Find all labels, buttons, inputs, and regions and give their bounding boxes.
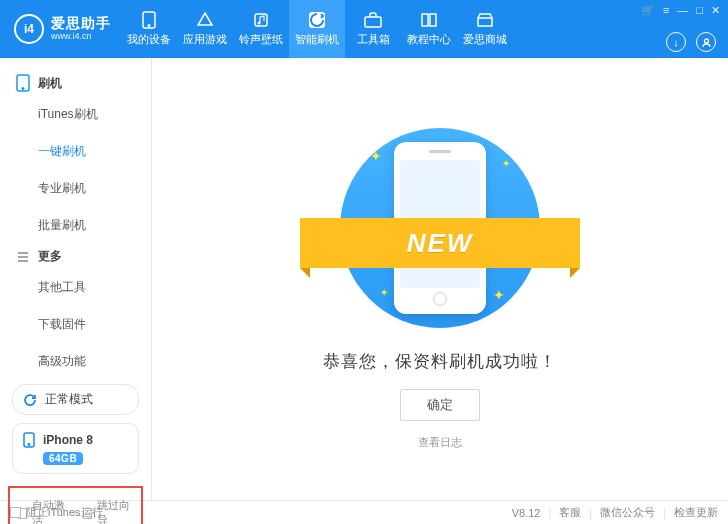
menu-icon[interactable]: ≡ xyxy=(663,4,669,17)
view-log-link[interactable]: 查看日志 xyxy=(418,435,462,450)
success-message: 恭喜您，保资料刷机成功啦！ xyxy=(323,350,557,373)
nav-my-device[interactable]: 我的设备 xyxy=(121,0,177,58)
brand: i4 爱思助手 www.i4.cn xyxy=(0,0,121,58)
phone-icon xyxy=(139,11,159,29)
nav-toolbox[interactable]: 工具箱 xyxy=(345,0,401,58)
sidebar-item-batch-flash[interactable]: 批量刷机 xyxy=(0,207,151,244)
svg-point-8 xyxy=(22,88,24,90)
sidebar-section-flash: 刷机 xyxy=(0,70,151,96)
toolbox-icon xyxy=(363,11,383,29)
nav-apps[interactable]: 应用游戏 xyxy=(177,0,233,58)
wechat-link[interactable]: 微信公众号 xyxy=(600,505,655,520)
device-name: iPhone 8 xyxy=(43,433,93,447)
app-body: 刷机 iTunes刷机 一键刷机 专业刷机 批量刷机 更多 其他工具 下载固件 … xyxy=(0,58,728,500)
brand-text: 爱思助手 www.i4.cn xyxy=(51,16,111,41)
maximize-button[interactable]: □ xyxy=(696,4,703,17)
ok-button[interactable]: 确定 xyxy=(400,389,480,421)
sidebar-item-oneclick-flash[interactable]: 一键刷机 xyxy=(0,133,151,170)
nav-ringtone[interactable]: 铃声壁纸 xyxy=(233,0,289,58)
list-icon xyxy=(16,250,30,264)
user-icon[interactable] xyxy=(696,32,716,52)
svg-point-6 xyxy=(704,39,708,43)
sidebar-item-download-firmware[interactable]: 下载固件 xyxy=(0,306,151,343)
download-icon[interactable]: ↓ xyxy=(666,32,686,52)
device-storage-badge: 64GB xyxy=(43,452,83,465)
brand-name: 爱思助手 xyxy=(51,16,111,31)
store-icon xyxy=(475,11,495,29)
version-label: V8.12 xyxy=(512,507,541,519)
sidebar-item-itunes-flash[interactable]: iTunes刷机 xyxy=(0,96,151,133)
user-controls: ↓ xyxy=(666,32,716,52)
refresh-icon xyxy=(23,393,37,407)
apps-icon xyxy=(195,11,215,29)
svg-rect-5 xyxy=(365,17,381,27)
app-header: i4 爱思助手 www.i4.cn 我的设备 应用游戏 铃声壁纸 智能刷机 工具… xyxy=(0,0,728,58)
flash-icon xyxy=(307,11,327,29)
phone-icon xyxy=(23,432,35,448)
main-content: ✦ ✦ ✦ ✦ NEW 恭喜您，保资料刷机成功啦！ 确定 查看日志 xyxy=(152,58,728,500)
device-box[interactable]: iPhone 8 64GB xyxy=(12,423,139,474)
checkbox-prevent-itunes[interactable]: 阻止iTunes运行 xyxy=(10,505,103,520)
svg-point-1 xyxy=(148,25,150,27)
brand-logo-icon: i4 xyxy=(14,14,44,44)
sidebar-item-other-tools[interactable]: 其他工具 xyxy=(0,269,151,306)
music-icon xyxy=(251,11,271,29)
sidebar: 刷机 iTunes刷机 一键刷机 专业刷机 批量刷机 更多 其他工具 下载固件 … xyxy=(0,58,152,500)
nav-flash[interactable]: 智能刷机 xyxy=(289,0,345,58)
window-controls: 🛒 ≡ — □ ✕ xyxy=(641,4,720,17)
top-nav: 我的设备 应用游戏 铃声壁纸 智能刷机 工具箱 教程中心 爱思商城 xyxy=(121,0,728,58)
phone-icon xyxy=(16,74,30,92)
book-icon xyxy=(419,11,439,29)
cart-icon[interactable]: 🛒 xyxy=(641,4,655,17)
check-update-link[interactable]: 检查更新 xyxy=(674,505,718,520)
new-ribbon: NEW xyxy=(300,218,580,268)
sidebar-item-advanced[interactable]: 高级功能 xyxy=(0,343,151,380)
sidebar-section-more: 更多 xyxy=(0,244,151,269)
close-button[interactable]: ✕ xyxy=(711,4,720,17)
sidebar-item-pro-flash[interactable]: 专业刷机 xyxy=(0,170,151,207)
svg-point-10 xyxy=(28,444,29,445)
nav-store[interactable]: 爱思商城 xyxy=(457,0,513,58)
svg-rect-2 xyxy=(255,14,267,26)
success-illustration: ✦ ✦ ✦ ✦ NEW xyxy=(340,128,540,328)
minimize-button[interactable]: — xyxy=(677,4,688,17)
nav-tutorial[interactable]: 教程中心 xyxy=(401,0,457,58)
support-link[interactable]: 客服 xyxy=(559,505,581,520)
mode-box[interactable]: 正常模式 xyxy=(12,384,139,415)
brand-url: www.i4.cn xyxy=(51,32,111,42)
